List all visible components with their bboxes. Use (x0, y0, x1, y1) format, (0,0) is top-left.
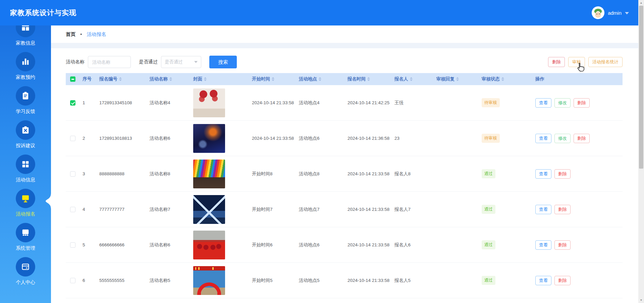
scroll-down-icon[interactable]: ▼ (638, 297, 644, 303)
sort-caret-icon[interactable] (501, 77, 504, 81)
sidebar-item-activity-info[interactable]: 活动信息 (0, 155, 51, 183)
column-header-op: 操作 (527, 76, 623, 82)
row-checkbox[interactable] (70, 242, 75, 248)
sidebar-item-study-feedback[interactable]: 学习反馈 (0, 86, 51, 115)
delete-row-button[interactable]: 删除 (554, 205, 571, 214)
sort-caret-icon[interactable] (119, 77, 122, 81)
column-header-start[interactable]: 开始时间 (252, 76, 299, 82)
user-menu[interactable]: admin (592, 6, 629, 19)
sidebar-item-personal-center[interactable]: 个人中心 (0, 257, 51, 286)
activity-name-input[interactable] (88, 56, 131, 68)
row-checkbox-cell (66, 242, 83, 248)
activity-cover-image (193, 160, 225, 188)
sort-caret-icon[interactable] (169, 77, 172, 81)
cell-start-time: 开始时间8 (252, 171, 299, 177)
divider-band (51, 43, 638, 48)
table-row: 38888888888活动名称8开始时间8活动地点82024-10-14 21:… (66, 156, 623, 192)
cell-actions: 查看删除 (527, 205, 623, 214)
view-row-button[interactable]: 查看 (535, 134, 551, 143)
column-label: 操作 (535, 76, 544, 82)
sidebar-item-tutor-info[interactable]: 家教信息 (0, 25, 51, 46)
sort-caret-icon[interactable] (272, 77, 274, 81)
column-header-person[interactable]: 报名人 (394, 76, 436, 82)
delete-row-button[interactable]: 删除 (574, 134, 590, 143)
column-header-name[interactable]: 活动名称 (150, 76, 193, 82)
breadcrumb-current[interactable]: 活动报名 (87, 31, 106, 38)
cell-audit-status: 通过 (482, 169, 527, 178)
bar-chart-icon (16, 52, 35, 71)
delete-row-button[interactable]: 删除 (554, 276, 571, 285)
chevron-down-icon[interactable] (625, 12, 629, 14)
column-header-time[interactable]: 报名时间 (347, 76, 394, 82)
row-checkbox[interactable] (70, 171, 75, 177)
row-checkbox-cell (66, 136, 83, 141)
sort-caret-icon[interactable] (319, 77, 321, 81)
user-name[interactable]: admin (608, 10, 622, 16)
view-row-button[interactable]: 查看 (535, 169, 551, 179)
column-label: 报名编号 (99, 76, 117, 82)
column-header-cover[interactable]: 封面 (193, 76, 252, 82)
view-row-button[interactable]: 查看 (535, 276, 551, 285)
cell-index: 1 (83, 100, 99, 105)
row-checkbox[interactable] (70, 136, 75, 141)
status-badge: 待审核 (482, 134, 500, 143)
sort-caret-icon[interactable] (204, 77, 207, 81)
scroll-up-icon[interactable]: ▲ (638, 0, 644, 6)
cell-activity-name: 活动名称6 (150, 135, 193, 141)
pass-filter-label: 是否通过 (139, 59, 158, 65)
select-all-checkbox[interactable] (70, 76, 75, 82)
cell-signup-time: 2024-10-14 21:42:25 (347, 100, 394, 105)
active-item-arrow (46, 193, 51, 209)
scrollbar-thumb[interactable] (639, 6, 643, 169)
delete-row-button[interactable]: 删除 (574, 98, 590, 108)
delete-button[interactable]: 删除 (548, 57, 565, 67)
audit-button[interactable]: 审核 (568, 57, 585, 67)
sort-caret-icon[interactable] (410, 77, 413, 81)
sidebar-item-system-mgmt[interactable]: 系统管理 (0, 223, 51, 251)
row-checkbox[interactable] (70, 100, 75, 106)
column-header-code[interactable]: 报名编号 (99, 76, 150, 82)
signup-stats-button[interactable]: 活动报名统计 (588, 57, 623, 67)
column-header-reply[interactable]: 审核回复 (436, 76, 482, 82)
vertical-scrollbar[interactable]: ▲ ▼ (638, 0, 644, 303)
column-header-place[interactable]: 活动地点 (299, 76, 347, 82)
cell-signup-time: 2024-10-14 21:33:58 (347, 207, 394, 212)
storefront-icon (16, 223, 35, 242)
delete-row-button[interactable]: 删除 (554, 240, 571, 250)
activity-cover-image (193, 231, 225, 259)
pass-filter-select[interactable]: 是否通过 (161, 56, 201, 68)
column-header-status[interactable]: 审核状态 (482, 76, 527, 82)
status-badge: 通过 (482, 276, 495, 285)
column-label: 封面 (193, 76, 202, 82)
sort-caret-icon[interactable] (367, 77, 370, 81)
cell-cover (193, 88, 252, 117)
sidebar-item-label: 个人中心 (16, 279, 35, 286)
monitor-icon (16, 189, 35, 208)
delete-row-button[interactable]: 删除 (554, 169, 571, 179)
cell-place: 活动地点8 (299, 171, 347, 177)
cell-start-time: 开始时间6 (252, 242, 299, 248)
cell-place: 活动地点4 (299, 100, 347, 106)
breadcrumb-home[interactable]: 首页 (66, 31, 75, 38)
cell-cover (193, 195, 252, 224)
view-row-button[interactable]: 查看 (535, 98, 551, 108)
view-row-button[interactable]: 查看 (535, 205, 551, 214)
sidebar-item-complaints[interactable]: 投诉建议 (0, 120, 51, 149)
four-squares-icon (16, 155, 35, 174)
top-header: 家教系统设计与实现 admin (0, 0, 638, 25)
sidebar-item-activity-signup[interactable]: 活动报名 (0, 189, 51, 217)
edit-row-button[interactable]: 修改 (554, 98, 571, 108)
cell-start-time: 2024-10-14 21:33:58 (252, 100, 299, 105)
sidebar-item-tutor-booking[interactable]: 家教预约 (0, 52, 51, 80)
edit-row-button[interactable]: 修改 (554, 134, 571, 143)
row-checkbox[interactable] (70, 278, 75, 283)
cell-index: 3 (83, 171, 99, 176)
cell-signup-code: 1728913345108 (99, 100, 150, 105)
search-button[interactable]: 搜索 (209, 56, 237, 68)
row-checkbox[interactable] (70, 207, 75, 212)
view-row-button[interactable]: 查看 (535, 240, 551, 250)
sort-caret-icon[interactable] (456, 77, 459, 81)
user-avatar[interactable] (592, 6, 604, 19)
row-checkbox-cell (66, 100, 83, 106)
activity-cover-image (193, 195, 225, 224)
